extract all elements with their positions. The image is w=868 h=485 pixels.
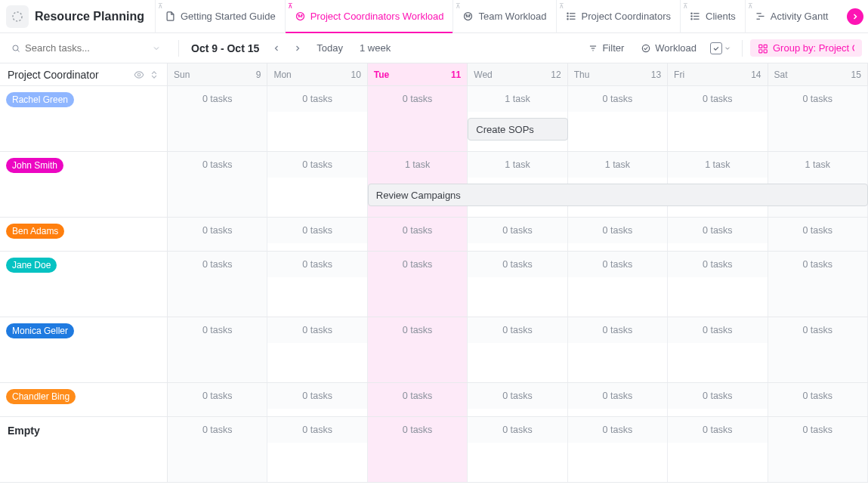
grid-cell[interactable] — [368, 112, 468, 151]
grid-cell[interactable] — [668, 112, 768, 151]
task-bar[interactable]: Create SOPs — [468, 118, 567, 141]
person-badge[interactable]: John Smith — [6, 158, 63, 173]
grid-cell[interactable] — [568, 243, 668, 251]
grid-cell[interactable] — [468, 243, 567, 251]
grid-cell[interactable] — [267, 178, 367, 217]
grid-cell[interactable] — [368, 343, 468, 382]
prev-week-button[interactable] — [268, 40, 285, 57]
grid-cell[interactable] — [168, 178, 267, 217]
grid-cell[interactable] — [668, 277, 768, 317]
person-badge[interactable]: Rachel Green — [6, 92, 74, 107]
tab-project-coordinators[interactable]: ⊼Project Coordinators — [556, 0, 681, 33]
task-bar[interactable]: Review Campaigns — [368, 184, 868, 206]
grid-cell[interactable] — [768, 243, 868, 251]
grid-cell[interactable] — [168, 277, 267, 317]
tab-project-coordinators-workload[interactable]: ⊼Project Coordinators Workload — [285, 0, 453, 33]
row-header[interactable]: Ben Adams — [0, 218, 168, 251]
grid-cell[interactable] — [568, 112, 668, 151]
tab-clients[interactable]: ⊼Clients — [680, 0, 745, 33]
grid-cell[interactable] — [668, 243, 768, 251]
grid-cell[interactable] — [468, 277, 567, 317]
workload-button[interactable]: Workload — [635, 39, 703, 57]
tab-label: Project Coordinators Workload — [310, 11, 444, 22]
grid-cell[interactable] — [267, 343, 367, 382]
grid-cell[interactable] — [568, 343, 668, 382]
person-badge[interactable]: Jane Doe — [6, 258, 57, 273]
row-header[interactable]: John Smith — [0, 152, 168, 217]
day-header[interactable]: Sat15 — [768, 63, 868, 85]
summary-cell: 0 tasks — [168, 317, 267, 343]
grid-cell[interactable] — [168, 343, 267, 382]
grid-cell[interactable] — [168, 243, 267, 251]
grid-cell[interactable] — [568, 277, 668, 317]
person-badge[interactable]: Ben Adams — [6, 224, 64, 239]
person-badge[interactable]: Monica Geller — [6, 323, 74, 338]
tabs-scroll-right-button[interactable] — [847, 8, 863, 25]
grid-cell[interactable] — [568, 443, 668, 482]
group-by-button[interactable]: Group by: Project Coordinator — [750, 39, 862, 57]
grid-cell[interactable] — [168, 409, 267, 416]
today-button[interactable]: Today — [310, 39, 349, 57]
list-icon — [566, 11, 577, 22]
person-badge[interactable]: Chandler Bing — [6, 389, 76, 404]
grid-cell[interactable] — [267, 112, 367, 151]
summary-cell: 1 task — [468, 152, 567, 178]
range-select[interactable]: 1 week — [354, 39, 397, 57]
svg-rect-30 — [759, 49, 762, 52]
grid-cell[interactable] — [668, 409, 768, 416]
show-toggle[interactable] — [707, 41, 734, 56]
tab-team-workload[interactable]: ⊼Team Workload — [453, 0, 555, 33]
tab-getting-started-guide[interactable]: ⊼Getting Started Guide — [155, 0, 285, 33]
day-header[interactable]: Tue11 — [368, 63, 468, 85]
day-header[interactable]: Fri14 — [668, 63, 768, 85]
grid-cell[interactable] — [768, 409, 868, 416]
row-header[interactable]: Monica Geller — [0, 317, 168, 382]
grid-cell[interactable] — [668, 343, 768, 382]
next-week-button[interactable] — [289, 40, 306, 57]
grid-cell[interactable] — [768, 277, 868, 317]
grid-cell[interactable] — [768, 343, 868, 382]
summary-cell: 0 tasks — [168, 218, 267, 243]
eye-icon[interactable] — [134, 70, 144, 80]
row-header[interactable]: Jane Doe — [0, 252, 168, 317]
workload-grid: Project Coordinator Sun9Mon10Tue11Wed12T… — [0, 63, 868, 485]
day-header[interactable]: Mon10 — [267, 63, 367, 85]
day-header[interactable]: Wed12 — [468, 63, 567, 85]
grid-cell[interactable] — [668, 443, 768, 482]
grid-cell[interactable] — [368, 243, 468, 251]
search-input[interactable] — [25, 42, 152, 54]
grid-cell[interactable] — [267, 443, 367, 482]
grid-cell[interactable] — [267, 409, 367, 416]
grid-cell[interactable] — [368, 409, 468, 416]
group-column-header[interactable]: Project Coordinator — [0, 63, 168, 85]
grid-cell[interactable] — [168, 443, 267, 482]
summary-cell: 1 task — [568, 152, 668, 178]
row-header[interactable]: Chandler Bing — [0, 383, 168, 416]
grid-cell[interactable] — [468, 443, 567, 482]
summary-cell: 0 tasks — [768, 383, 868, 409]
day-header[interactable]: Sun9 — [168, 63, 267, 85]
summary-cell: 0 tasks — [368, 252, 468, 277]
row-header[interactable]: Rachel Green — [0, 86, 168, 151]
grid-cell[interactable] — [267, 243, 367, 251]
row-workarea: 0 tasks0 tasks0 tasks0 tasks0 tasks0 tas… — [168, 317, 868, 382]
date-range[interactable]: Oct 9 - Oct 15 — [187, 42, 264, 54]
search-input-wrap[interactable] — [6, 38, 171, 59]
grid-cell[interactable] — [468, 409, 567, 416]
row-header[interactable]: Empty — [0, 417, 168, 482]
grid-cell[interactable] — [368, 277, 468, 317]
grid-cell[interactable] — [168, 112, 267, 151]
grid-header: Project Coordinator Sun9Mon10Tue11Wed12T… — [0, 63, 868, 86]
tab-activity-gantt[interactable]: ⊼Activity Gantt — [745, 0, 838, 33]
grid-cell[interactable] — [468, 343, 567, 382]
day-header[interactable]: Thu13 — [568, 63, 668, 85]
filter-button[interactable]: Filter — [582, 39, 630, 57]
grid-cell[interactable] — [568, 409, 668, 416]
day-name: Fri — [674, 70, 684, 80]
svg-rect-29 — [764, 45, 767, 48]
grid-cell[interactable] — [368, 443, 468, 482]
grid-cell[interactable] — [768, 112, 868, 151]
grid-cell[interactable] — [267, 277, 367, 317]
collapse-icon[interactable] — [149, 70, 159, 80]
grid-cell[interactable] — [768, 443, 868, 482]
